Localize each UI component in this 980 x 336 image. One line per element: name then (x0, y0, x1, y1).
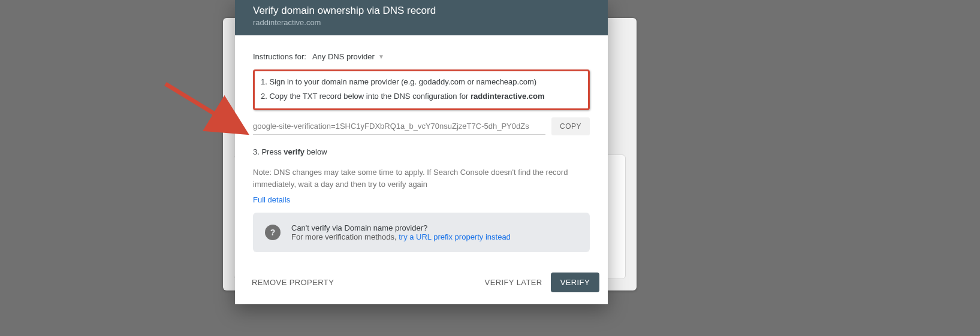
copy-button[interactable]: COPY (551, 117, 590, 135)
step-2-prefix: 2. Copy the TXT record below into the DN… (261, 92, 471, 101)
step-3-bold: verify (284, 147, 304, 156)
verify-dialog: Verify domain ownership via DNS record r… (235, 0, 608, 304)
dns-provider-dropdown[interactable]: Any DNS provider ▼ (312, 52, 384, 61)
dns-provider-value: Any DNS provider (312, 52, 375, 61)
step-2: 2. Copy the TXT record below into the DN… (261, 89, 582, 104)
dialog-footer: REMOVE PROPERTY VERIFY LATER VERIFY (235, 261, 608, 304)
dns-note: Note: DNS changes may take some time to … (253, 167, 590, 190)
verify-button[interactable]: VERIFY (551, 273, 599, 292)
instructions-for-row: Instructions for: Any DNS provider ▼ (253, 52, 590, 61)
txt-record-row: COPY (253, 117, 590, 135)
full-details-link[interactable]: Full details (253, 195, 290, 204)
dialog-header: Verify domain ownership via DNS record r… (235, 0, 608, 35)
verify-later-button[interactable]: VERIFY LATER (477, 273, 551, 292)
txt-record-input[interactable] (253, 118, 545, 135)
alternate-sub: For more verification methods, try a URL… (291, 232, 511, 241)
step-2-domain: raddinteractive.com (471, 92, 545, 101)
url-prefix-link[interactable]: try a URL prefix property instead (399, 232, 511, 241)
remove-property-button[interactable]: REMOVE PROPERTY (243, 273, 342, 292)
alternate-text: Can't verify via Domain name provider? F… (291, 223, 511, 241)
alternate-verify-box: ? Can't verify via Domain name provider?… (253, 213, 590, 252)
instructions-highlight-box: 1. Sign in to your domain name provider … (253, 69, 590, 110)
chevron-down-icon: ▼ (378, 53, 384, 60)
instructions-label: Instructions for: (253, 52, 306, 61)
alternate-sub-prefix: For more verification methods, (291, 232, 399, 241)
step-3-prefix: 3. Press (253, 147, 284, 156)
help-icon: ? (265, 225, 281, 240)
dialog-title: Verify domain ownership via DNS record (253, 5, 590, 17)
step-3-suffix: below (304, 147, 327, 156)
step-3: 3. Press verify below (253, 145, 590, 159)
step-1: 1. Sign in to your domain name provider … (261, 75, 582, 89)
dialog-domain: raddinteractive.com (253, 18, 590, 27)
dialog-body: Instructions for: Any DNS provider ▼ 1. … (235, 35, 608, 261)
alternate-title: Can't verify via Domain name provider? (291, 223, 511, 232)
